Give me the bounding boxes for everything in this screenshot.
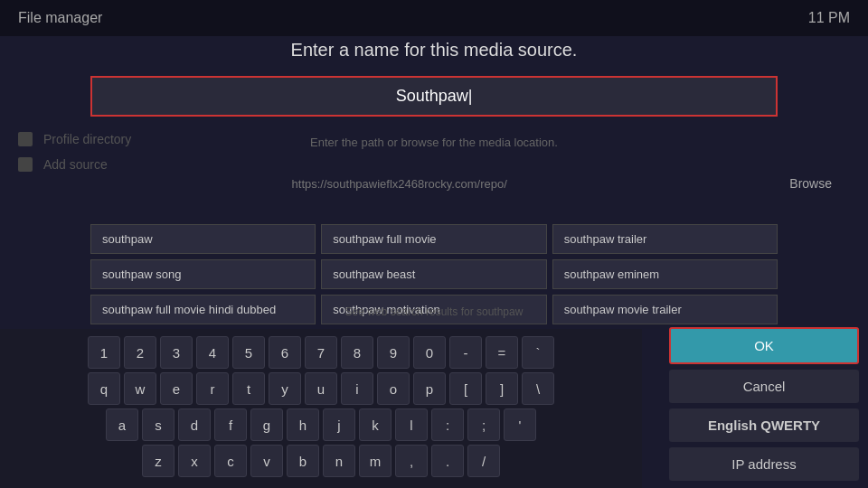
key-row-0: 1234567890-=`: [0, 336, 642, 369]
key-x[interactable]: ]: [486, 372, 518, 405]
list-icon: [18, 132, 33, 146]
url-row: https://southpawieflx2468rocky.com/repo/…: [0, 176, 868, 191]
list-label-profile: Profile directory: [43, 132, 131, 146]
key-e[interactable]: e: [160, 372, 193, 405]
key-1[interactable]: 1: [88, 336, 120, 369]
key-x[interactable]: .: [431, 445, 464, 477]
browse-button[interactable]: Browse: [789, 176, 832, 191]
key-j[interactable]: j: [323, 408, 355, 441]
key-o[interactable]: o: [377, 372, 410, 405]
key-0[interactable]: 0: [413, 336, 446, 369]
key-x[interactable]: ,: [395, 445, 428, 477]
keyboard-layout-button[interactable]: English QWERTY: [669, 408, 859, 442]
list-item-profile: Profile directory: [0, 127, 868, 152]
key-8[interactable]: 8: [341, 336, 373, 369]
suggestion-item[interactable]: southpaw full movie: [321, 224, 546, 254]
ip-address-button[interactable]: IP address: [669, 447, 859, 481]
ok-button[interactable]: OK: [669, 327, 859, 364]
key-x[interactable]: :: [431, 408, 464, 441]
key-x[interactable]: `: [522, 336, 554, 369]
key-v[interactable]: v: [250, 445, 283, 477]
key-3[interactable]: 3: [160, 336, 193, 369]
key-k[interactable]: k: [359, 408, 392, 441]
key-g[interactable]: g: [250, 408, 283, 441]
key-n[interactable]: n: [323, 445, 355, 477]
key-row-3: zxcvbnm,./: [0, 445, 642, 477]
key-x[interactable]: =: [486, 336, 518, 369]
top-bar: File manager 11 PM: [0, 0, 868, 36]
key-a[interactable]: a: [106, 408, 138, 441]
name-input[interactable]: [90, 76, 778, 117]
key-7[interactable]: 7: [305, 336, 337, 369]
key-x[interactable]: ;: [467, 408, 500, 441]
key-6[interactable]: 6: [269, 336, 301, 369]
key-p[interactable]: p: [413, 372, 446, 405]
key-r[interactable]: r: [196, 372, 229, 405]
key-5[interactable]: 5: [232, 336, 265, 369]
key-x[interactable]: /: [467, 445, 500, 477]
key-l[interactable]: l: [395, 408, 428, 441]
suggestion-item[interactable]: southpaw song: [90, 259, 316, 289]
key-x[interactable]: \: [522, 372, 554, 405]
key-row-1: qwertyuiop[]\: [0, 372, 642, 405]
key-9[interactable]: 9: [377, 336, 410, 369]
key-x[interactable]: x: [178, 445, 211, 477]
key-f[interactable]: f: [214, 408, 247, 441]
key-x[interactable]: [: [449, 372, 482, 405]
key-i[interactable]: i: [341, 372, 373, 405]
key-4[interactable]: 4: [196, 336, 229, 369]
key-m[interactable]: m: [359, 445, 392, 477]
name-input-wrapper: [90, 76, 778, 117]
key-d[interactable]: d: [178, 408, 211, 441]
key-h[interactable]: h: [287, 408, 319, 441]
key-x[interactable]: ': [504, 408, 536, 441]
cancel-button[interactable]: Cancel: [669, 370, 859, 403]
suggestion-item[interactable]: southpaw trailer: [552, 224, 778, 254]
suggestion-item[interactable]: southpaw beast: [321, 259, 546, 289]
key-row-2: asdfghjkl:;': [0, 408, 642, 441]
key-x[interactable]: -: [449, 336, 482, 369]
key-z[interactable]: z: [142, 445, 175, 477]
dialog-title: Enter a name for this media source.: [0, 40, 868, 61]
clock: 11 PM: [808, 10, 850, 26]
key-w[interactable]: w: [124, 372, 156, 405]
suggestion-item[interactable]: southpaw: [90, 224, 316, 254]
action-buttons: OK Cancel English QWERTY IP address: [660, 320, 868, 488]
url-text: https://southpawieflx2468rocky.com/repo/: [18, 177, 780, 191]
bg-list: Profile directory Add source: [0, 127, 868, 177]
more-suggestions: See web search results for southpaw: [90, 305, 778, 318]
list-item-add-source: Add source: [0, 152, 868, 177]
list-icon-2: [18, 157, 33, 172]
key-y[interactable]: y: [269, 372, 301, 405]
key-b[interactable]: b: [287, 445, 319, 477]
app-title: File manager: [18, 10, 102, 26]
key-q[interactable]: q: [88, 372, 120, 405]
key-c[interactable]: c: [214, 445, 247, 477]
suggestion-item[interactable]: southpaw eminem: [552, 259, 778, 289]
key-s[interactable]: s: [142, 408, 175, 441]
key-u[interactable]: u: [305, 372, 337, 405]
key-2[interactable]: 2: [124, 336, 156, 369]
keyboard: 1234567890-=`qwertyuiop[]\asdfghjkl:;'zx…: [0, 329, 642, 488]
key-t[interactable]: t: [232, 372, 265, 405]
list-label-add-source: Add source: [43, 157, 108, 172]
